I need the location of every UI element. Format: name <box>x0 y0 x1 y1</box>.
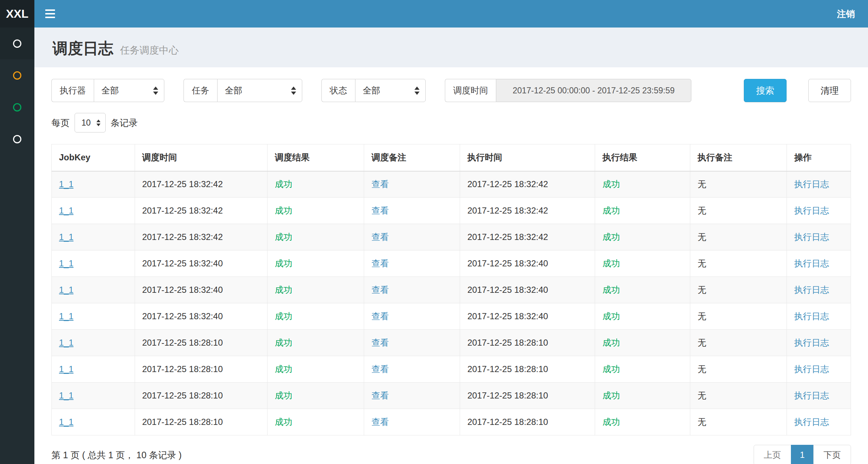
exec-remark-cell: 无 <box>690 198 787 224</box>
table-row: 1_1 2017-12-25 18:32:42 成功 查看 2017-12-25… <box>52 198 851 224</box>
pagination-summary: 第 1 页 ( 总共 1 页， 10 条记录 ) <box>51 449 182 461</box>
table-row: 1_1 2017-12-25 18:32:40 成功 查看 2017-12-25… <box>52 250 851 277</box>
jobkey-link[interactable]: 1_1 <box>59 311 73 321</box>
prev-page-button[interactable]: 上页 <box>754 445 791 464</box>
exec-result-cell: 成功 <box>595 409 690 435</box>
filter-bar: 执行器 全部 任务 全部 状态 全部 <box>51 79 851 102</box>
exec-log-link[interactable]: 执行日志 <box>794 391 829 400</box>
sidebar-toggle-button[interactable] <box>34 0 66 28</box>
view-remark-link[interactable]: 查看 <box>371 311 389 321</box>
exec-time-cell: 2017-12-25 18:28:10 <box>460 330 595 356</box>
dispatch-result-cell: 成功 <box>267 277 364 303</box>
view-remark-link[interactable]: 查看 <box>371 391 389 400</box>
view-remark-link[interactable]: 查看 <box>371 285 389 295</box>
page-number-button[interactable]: 1 <box>791 445 814 464</box>
select-stepper-icon <box>96 119 100 126</box>
exec-result-cell: 成功 <box>595 277 690 303</box>
page-size-suffix: 条记录 <box>111 117 138 129</box>
jobkey-link[interactable]: 1_1 <box>59 179 73 189</box>
page-size-value: 10 <box>81 118 91 128</box>
circle-icon <box>13 135 21 143</box>
exec-log-link[interactable]: 执行日志 <box>794 417 829 427</box>
status-filter-group: 状态 全部 <box>321 79 426 102</box>
view-remark-link[interactable]: 查看 <box>371 232 389 242</box>
sidebar-item[interactable] <box>0 28 34 59</box>
page-size-select[interactable]: 10 <box>75 113 106 132</box>
time-range-input[interactable] <box>496 79 691 102</box>
exec-remark-cell: 无 <box>690 224 787 250</box>
table-footer: 第 1 页 ( 总共 1 页， 10 条记录 ) 上页 1 下页 <box>51 445 851 464</box>
exec-remark-cell: 无 <box>690 330 787 356</box>
table-row: 1_1 2017-12-25 18:28:10 成功 查看 2017-12-25… <box>52 356 851 383</box>
exec-time-cell: 2017-12-25 18:32:42 <box>460 171 595 198</box>
jobkey-link[interactable]: 1_1 <box>59 206 73 215</box>
search-button[interactable]: 搜索 <box>744 79 787 102</box>
dispatch-time-cell: 2017-12-25 18:28:10 <box>135 330 267 356</box>
exec-time-cell: 2017-12-25 18:32:42 <box>460 198 595 224</box>
dispatch-result-cell: 成功 <box>267 356 364 383</box>
status-select[interactable]: 全部 <box>355 79 426 102</box>
exec-log-link[interactable]: 执行日志 <box>794 179 829 189</box>
content-header: 调度日志 任务调度中心 <box>34 28 868 67</box>
view-remark-link[interactable]: 查看 <box>371 338 389 347</box>
exec-log-link[interactable]: 执行日志 <box>794 206 829 215</box>
next-page-button[interactable]: 下页 <box>813 445 851 464</box>
dispatch-time-cell: 2017-12-25 18:32:40 <box>135 250 267 277</box>
clear-button[interactable]: 清理 <box>808 79 851 102</box>
page-size-control: 每页 10 条记录 <box>51 113 851 132</box>
exec-time-cell: 2017-12-25 18:28:10 <box>460 383 595 409</box>
dispatch-time-cell: 2017-12-25 18:28:10 <box>135 383 267 409</box>
exec-log-link[interactable]: 执行日志 <box>794 364 829 374</box>
content-box: 执行器 全部 任务 全部 状态 全部 <box>34 67 868 464</box>
logout-link[interactable]: 注销 <box>824 8 868 20</box>
status-select-value: 全部 <box>363 85 380 96</box>
job-select[interactable]: 全部 <box>217 79 302 102</box>
table-row: 1_1 2017-12-25 18:28:10 成功 查看 2017-12-25… <box>52 383 851 409</box>
executor-select[interactable]: 全部 <box>94 79 164 102</box>
job-select-value: 全部 <box>225 85 242 96</box>
jobkey-link[interactable]: 1_1 <box>59 338 73 347</box>
exec-remark-cell: 无 <box>690 409 787 435</box>
hamburger-bar <box>45 17 55 18</box>
dispatch-time-cell: 2017-12-25 18:32:42 <box>135 198 267 224</box>
exec-log-link[interactable]: 执行日志 <box>794 258 829 268</box>
select-stepper-icon <box>291 87 296 95</box>
column-header-jobkey: JobKey <box>52 144 135 171</box>
dispatch-time-cell: 2017-12-25 18:32:42 <box>135 171 267 198</box>
exec-result-cell: 成功 <box>595 171 690 198</box>
jobkey-link[interactable]: 1_1 <box>59 417 73 427</box>
column-header-dispatch-result: 调度结果 <box>267 144 364 171</box>
column-header-action: 操作 <box>787 144 851 171</box>
column-header-dispatch-time: 调度时间 <box>135 144 267 171</box>
jobkey-link[interactable]: 1_1 <box>59 285 73 295</box>
table-row: 1_1 2017-12-25 18:28:10 成功 查看 2017-12-25… <box>52 409 851 435</box>
dispatch-result-cell: 成功 <box>267 409 364 435</box>
table-row: 1_1 2017-12-25 18:32:40 成功 查看 2017-12-25… <box>52 303 851 330</box>
select-stepper-icon <box>153 87 158 95</box>
dispatch-result-cell: 成功 <box>267 224 364 250</box>
view-remark-link[interactable]: 查看 <box>371 417 389 427</box>
exec-log-link[interactable]: 执行日志 <box>794 311 829 321</box>
dispatch-time-cell: 2017-12-25 18:28:10 <box>135 409 267 435</box>
exec-result-cell: 成功 <box>595 330 690 356</box>
exec-log-link[interactable]: 执行日志 <box>794 232 829 242</box>
dispatch-time-cell: 2017-12-25 18:32:42 <box>135 224 267 250</box>
dispatch-time-cell: 2017-12-25 18:32:40 <box>135 277 267 303</box>
circle-icon <box>13 39 21 48</box>
view-remark-link[interactable]: 查看 <box>371 179 389 189</box>
app-logo[interactable]: XXL <box>0 0 34 28</box>
jobkey-link[interactable]: 1_1 <box>59 364 73 374</box>
sidebar-item[interactable] <box>0 123 34 155</box>
table-row: 1_1 2017-12-25 18:32:42 成功 查看 2017-12-25… <box>52 224 851 250</box>
view-remark-link[interactable]: 查看 <box>371 364 389 374</box>
view-remark-link[interactable]: 查看 <box>371 258 389 268</box>
sidebar-item[interactable] <box>0 91 34 123</box>
exec-log-link[interactable]: 执行日志 <box>794 338 829 347</box>
view-remark-link[interactable]: 查看 <box>371 206 389 215</box>
jobkey-link[interactable]: 1_1 <box>59 391 73 400</box>
jobkey-link[interactable]: 1_1 <box>59 258 73 268</box>
jobkey-link[interactable]: 1_1 <box>59 232 73 242</box>
table-row: 1_1 2017-12-25 18:28:10 成功 查看 2017-12-25… <box>52 330 851 356</box>
exec-log-link[interactable]: 执行日志 <box>794 285 829 295</box>
sidebar-item[interactable] <box>0 59 34 91</box>
